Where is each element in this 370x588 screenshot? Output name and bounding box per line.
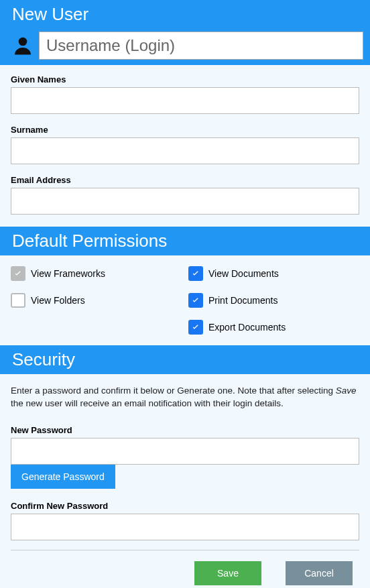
- svg-point-0: [19, 38, 27, 46]
- security-help-text: Enter a password and confirm it below or…: [11, 385, 359, 410]
- perm-export-documents[interactable]: Export Documents: [188, 320, 359, 335]
- security-section: Enter a password and confirm it below or…: [0, 374, 370, 588]
- perm-view-frameworks: View Frameworks: [11, 266, 182, 281]
- divider: [11, 550, 359, 550]
- username-row: [0, 29, 370, 65]
- new-password-label: New Password: [11, 425, 359, 435]
- given-names-input[interactable]: [11, 87, 359, 114]
- perm-label: View Folders: [31, 295, 85, 306]
- checkbox-view-frameworks: [11, 266, 25, 281]
- username-input[interactable]: [39, 32, 363, 60]
- email-label: Email Address: [11, 175, 359, 185]
- perm-view-folders[interactable]: View Folders: [11, 293, 182, 308]
- action-buttons: Save Cancel: [11, 561, 359, 585]
- permissions-title: Default Permissions: [0, 227, 370, 255]
- user-icon: [7, 32, 39, 60]
- checkbox-print-documents[interactable]: [188, 293, 203, 308]
- security-title: Security: [0, 345, 370, 374]
- checkbox-view-documents[interactable]: [188, 266, 203, 281]
- perm-print-documents[interactable]: Print Documents: [188, 293, 359, 308]
- permissions-section: View Frameworks View Documents View Fold…: [0, 255, 370, 345]
- page-title: New User: [0, 0, 370, 29]
- perm-label: View Frameworks: [31, 268, 105, 279]
- perm-label: View Documents: [208, 268, 279, 279]
- user-fields-section: Given Names Surname Email Address: [0, 65, 370, 227]
- save-button[interactable]: Save: [194, 561, 261, 585]
- perm-view-documents[interactable]: View Documents: [188, 266, 359, 281]
- perm-label: Print Documents: [208, 295, 278, 306]
- confirm-password-input[interactable]: [11, 514, 359, 540]
- perm-label: Export Documents: [208, 322, 286, 333]
- confirm-password-label: Confirm New Password: [11, 501, 359, 511]
- surname-label: Surname: [11, 125, 359, 135]
- cancel-button[interactable]: Cancel: [286, 561, 353, 585]
- email-input[interactable]: [11, 188, 359, 215]
- generate-password-button[interactable]: Generate Password: [11, 465, 115, 489]
- checkbox-view-folders[interactable]: [11, 293, 25, 308]
- new-password-input[interactable]: [11, 438, 359, 465]
- surname-input[interactable]: [11, 137, 359, 164]
- given-names-label: Given Names: [11, 74, 359, 84]
- checkbox-export-documents[interactable]: [188, 320, 203, 335]
